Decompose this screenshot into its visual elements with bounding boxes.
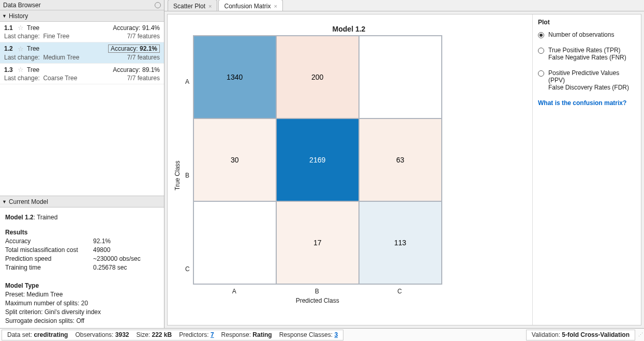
history-item[interactable]: 1.2 ☆ Tree Accuracy: 92.1% Last change: … [0, 42, 164, 64]
star-icon[interactable]: ☆ [18, 24, 24, 32]
response-classes-link[interactable]: 3 [334, 331, 338, 338]
radio-icon[interactable] [538, 48, 544, 54]
matrix-cell: 30 [193, 118, 276, 201]
chevron-down-icon: ▼ [2, 199, 7, 204]
current-model-header[interactable]: ▼ Current Model [0, 196, 164, 207]
data-browser-title: Data Browser [0, 0, 164, 10]
history-list: 1.1 ☆ Tree Accuracy: 91.4% Last change: … [0, 22, 164, 196]
matrix-cell [193, 201, 276, 284]
matrix-cell: 113 [359, 201, 442, 284]
radio-icon[interactable] [538, 70, 544, 77]
close-icon[interactable]: × [208, 3, 212, 9]
matrix-cell [359, 36, 442, 118]
tab[interactable]: Scatter Plot× [168, 0, 217, 11]
chevron-down-icon: ▼ [2, 13, 7, 19]
resize-grip-icon[interactable]: ⋰ [637, 332, 644, 337]
plot-option[interactable]: Number of observations [538, 31, 636, 38]
confusion-matrix-grid: 13402003021696317113 [193, 35, 442, 285]
history-header[interactable]: ▼ History [0, 10, 164, 22]
help-link[interactable]: What is the confusion matrix? [538, 99, 636, 107]
matrix-cell: 17 [276, 201, 359, 284]
matrix-cell: 1340 [193, 36, 276, 118]
plot-options-header: Plot [538, 19, 636, 26]
x-axis-ticks: ABC [193, 288, 441, 295]
confusion-matrix-chart: Model 1.2 True Class ABC 134020030216963… [168, 14, 532, 325]
status-main: Data set: creditrating Observations: 393… [2, 330, 343, 340]
y-axis-ticks: ABC [182, 35, 193, 316]
chart-title: Model 1.2 [173, 25, 525, 33]
status-validation: Validation: 5-fold Cross-Validation [526, 330, 635, 340]
tab[interactable]: Confusion Matrix× [218, 0, 282, 11]
star-icon[interactable]: ☆ [18, 45, 24, 53]
matrix-cell: 63 [359, 118, 442, 201]
plot-option[interactable]: Positive Predictive Values (PPV)False Di… [538, 69, 636, 91]
history-item[interactable]: 1.1 ☆ Tree Accuracy: 91.4% Last change: … [0, 22, 164, 42]
matrix-cell: 200 [276, 36, 359, 118]
history-item[interactable]: 1.3 ☆ Tree Accuracy: 89.1% Last change: … [0, 64, 164, 84]
star-icon[interactable]: ☆ [18, 66, 24, 73]
y-axis-label: True Class [173, 35, 182, 316]
plot-options-panel: Plot Number of observationsTrue Positive… [532, 14, 641, 325]
status-bar: Data set: creditrating Observations: 393… [0, 328, 644, 341]
x-axis-label: Predicted Class [193, 297, 442, 304]
collapse-icon[interactable] [155, 2, 161, 8]
close-icon[interactable]: × [274, 3, 277, 9]
matrix-cell: 2169 [276, 118, 359, 201]
radio-icon[interactable] [538, 32, 544, 38]
plot-option[interactable]: True Positive Rates (TPR)False Negative … [538, 47, 636, 61]
tabs: Scatter Plot×Confusion Matrix× [164, 0, 644, 11]
current-model-body: Model 1.2: Trained Results Accuracy92.1%… [0, 207, 164, 328]
predictors-link[interactable]: 7 [211, 331, 214, 338]
